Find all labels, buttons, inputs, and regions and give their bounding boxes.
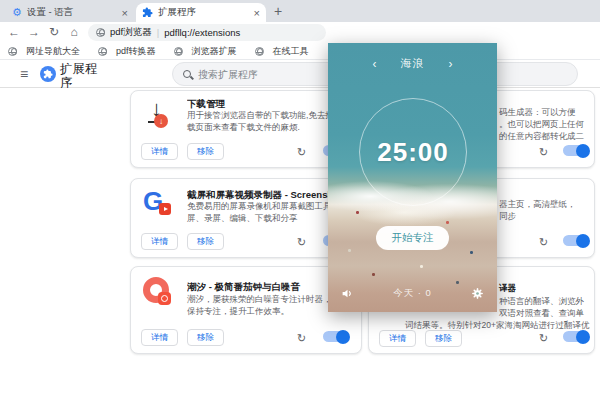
details-button[interactable]: 详情 xyxy=(379,330,416,347)
tab-title: 扩展程序 xyxy=(158,6,249,19)
forward-button[interactable]: → xyxy=(26,25,42,39)
extension-description: 码生成器：可以方便 xyxy=(499,107,576,119)
timer-ring: 25:00 xyxy=(359,98,467,206)
extension-description: 种语言的翻译、浏览外 xyxy=(499,296,584,308)
beach-people-dots xyxy=(328,43,331,46)
extension-description: 。也可以把网页上任何 xyxy=(499,119,584,131)
speaker-icon[interactable] xyxy=(341,287,354,300)
remove-button[interactable]: 移除 xyxy=(187,329,224,346)
globe-icon xyxy=(8,47,17,56)
hamburger-menu-icon[interactable]: ≡ xyxy=(20,66,28,82)
prev-scene-arrow[interactable]: ‹ xyxy=(373,58,377,70)
globe-icon xyxy=(98,47,107,56)
tab-settings[interactable]: ⚙ 设置 - 语言 × xyxy=(6,3,134,22)
reload-extension-icon[interactable]: ↻ xyxy=(539,236,548,248)
extension-toggle[interactable] xyxy=(323,331,349,342)
details-button[interactable]: 详情 xyxy=(141,233,178,250)
reload-extension-icon[interactable]: ↻ xyxy=(539,146,548,158)
remove-button[interactable]: 移除 xyxy=(425,330,462,347)
reload-extension-icon[interactable]: ↻ xyxy=(297,146,306,158)
settings-gear-icon[interactable] xyxy=(471,287,484,300)
extension-toggle[interactable] xyxy=(563,145,589,156)
extension-toggle[interactable] xyxy=(563,331,589,342)
next-scene-arrow[interactable]: › xyxy=(449,58,453,70)
close-icon[interactable]: × xyxy=(122,8,128,18)
browser-toolbar: ← → ↻ ⌂ pdf浏览器 | pdfllq://extensions ↗ ☆… xyxy=(0,22,600,44)
download-badge-icon: ↓ xyxy=(154,114,168,128)
tide-extension-icon xyxy=(143,277,177,311)
download-manager-icon: ↓ ↓ xyxy=(143,97,177,131)
bookmark-label: 在线工具 xyxy=(273,45,309,58)
details-button[interactable]: 详情 xyxy=(141,143,178,160)
extension-description: 的任意内容都转化成二 xyxy=(499,131,584,143)
puzzle-icon xyxy=(142,7,153,18)
remove-button[interactable]: 移除 xyxy=(187,233,224,250)
address-bar[interactable]: pdf浏览器 | pdfllq://extensions xyxy=(88,24,326,41)
bookmark-label: pdf转换器 xyxy=(116,45,156,58)
page-title: 扩展程序 xyxy=(60,62,104,90)
extension-title: 译器 xyxy=(499,283,516,295)
popup-footer: 今天 · 0 xyxy=(328,274,497,312)
close-icon[interactable]: × xyxy=(254,8,260,18)
bookmark-item[interactable]: 浏览器扩展 xyxy=(174,45,237,58)
remove-button[interactable]: 移除 xyxy=(187,143,224,160)
tab-bar: ⚙ 设置 - 语言 × 扩展程序 × + xyxy=(0,0,600,22)
bookmarks-bar: 网址导航大全 pdf转换器 浏览器扩展 在线工具 xyxy=(0,44,600,60)
extensions-page-header: ≡ 扩展程序 xyxy=(0,60,600,88)
bookmark-item[interactable]: 在线工具 xyxy=(255,45,309,58)
browser-window: ⚙ 设置 - 语言 × 扩展程序 × + ← → ↻ ⌂ pdf浏览器 | pd… xyxy=(0,0,600,400)
globe-icon xyxy=(174,47,183,56)
tide-badge-icon xyxy=(158,292,171,305)
bookmark-label: 浏览器扩展 xyxy=(192,45,237,58)
reload-extension-icon[interactable]: ↻ xyxy=(297,236,306,248)
site-name: pdf浏览器 xyxy=(110,26,152,39)
extension-toggle[interactable] xyxy=(563,235,589,246)
tide-extension-popup: ‹ 海浪 › 25:00 开始专注 今天 · 0 xyxy=(328,43,497,312)
puzzle-icon xyxy=(43,69,53,79)
address-divider: | xyxy=(157,27,159,38)
today-session-count: 今天 · 0 xyxy=(393,287,432,300)
extensions-logo xyxy=(40,66,56,82)
settings-gear-icon: ⚙ xyxy=(12,7,22,18)
bookmark-label: 网址导航大全 xyxy=(26,45,80,58)
reload-extension-icon[interactable]: ↻ xyxy=(297,332,306,344)
tab-extensions[interactable]: 扩展程序 × xyxy=(136,3,266,22)
reload-extension-icon[interactable]: ↻ xyxy=(539,332,548,344)
new-tab-button[interactable]: + xyxy=(274,3,282,19)
record-badge-icon xyxy=(159,203,171,215)
bookmark-item[interactable]: pdf转换器 xyxy=(98,45,156,58)
tab-title: 设置 - 语言 xyxy=(27,6,117,19)
address-url: pdfllq://extensions xyxy=(164,27,240,38)
extensions-list: ↓ ↓ 下载管理 用于接管浏览器自带的下载功能,免去打开下载页面来查看下载文件的… xyxy=(0,88,600,400)
scene-name: 海浪 xyxy=(401,56,425,71)
start-focus-button[interactable]: 开始专注 xyxy=(376,226,449,250)
extension-description: 器主页，高清壁纸， xyxy=(499,199,576,211)
reload-button[interactable]: ↻ xyxy=(46,25,62,39)
extension-description: 双语对照查看、查询单 xyxy=(499,308,584,320)
globe-icon xyxy=(255,47,264,56)
details-button[interactable]: 详情 xyxy=(141,329,178,346)
bookmark-item[interactable]: 网址导航大全 xyxy=(8,45,80,58)
timer-display: 25:00 xyxy=(377,137,449,168)
back-button[interactable]: ← xyxy=(6,25,22,39)
extension-description: 同步 xyxy=(499,211,516,223)
site-globe-icon xyxy=(96,28,105,37)
home-button[interactable]: ⌂ xyxy=(66,25,82,39)
scene-picker: ‹ 海浪 › xyxy=(328,56,497,71)
screenshot-recorder-icon: G xyxy=(143,187,177,221)
search-icon xyxy=(183,70,191,78)
